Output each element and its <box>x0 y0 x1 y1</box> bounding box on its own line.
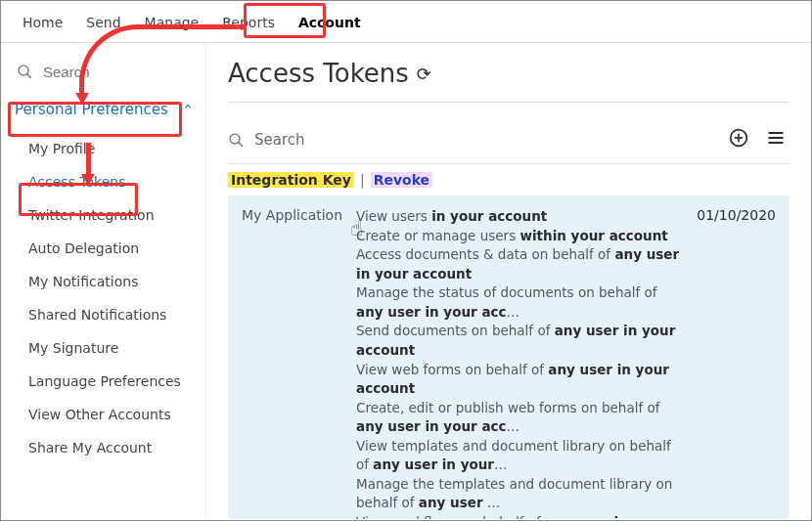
token-permissions: ☝ View users in your accountCreate or ma… <box>356 207 683 519</box>
svg-point-2 <box>230 134 240 144</box>
nav-manage[interactable]: Manage <box>145 15 200 30</box>
toolbar: Search <box>228 116 789 164</box>
sidebar-section-personal-preferences[interactable]: Personal Preferences ⌃ <box>15 95 196 124</box>
sidebar-item-view-other-accounts[interactable]: View Other Accounts <box>24 398 196 431</box>
main-panel: Access Tokens ⟳ Search Integration Key |… <box>206 43 811 519</box>
permission-row: Create, edit or publish web forms on beh… <box>356 399 683 437</box>
token-date: 01/10/2020 <box>697 207 776 519</box>
sidebar-item-shared-notifications[interactable]: Shared Notifications <box>24 298 196 331</box>
menu-icon[interactable] <box>762 126 789 153</box>
permission-row: Send documents on behalf of any user in … <box>356 322 683 360</box>
token-action-badges: Integration Key | Revoke <box>228 164 789 192</box>
token-name: My Application <box>242 207 342 519</box>
permission-row: Create or manage users within your accou… <box>356 227 683 246</box>
sidebar-item-share-my-account[interactable]: Share My Account <box>24 431 196 464</box>
search-icon <box>17 64 33 80</box>
sidebar-search[interactable] <box>15 57 196 95</box>
svg-line-1 <box>27 74 31 78</box>
permission-row: Manage the templates and document librar… <box>356 475 683 513</box>
add-icon[interactable] <box>725 126 752 153</box>
sidebar-item-auto-delegation[interactable]: Auto Delegation <box>24 232 196 265</box>
sidebar-item-language-preferences[interactable]: Language Preferences <box>24 365 196 398</box>
sidebar-search-input[interactable] <box>41 63 100 81</box>
sidebar-item-my-signature[interactable]: My Signature <box>24 331 196 365</box>
section-label: Personal Preferences <box>15 101 168 118</box>
permission-row: View users in your account <box>356 207 683 227</box>
nav-account[interactable]: Account <box>298 15 361 30</box>
sidebar-items: My ProfileAccess TokensTwitter Integrati… <box>15 124 196 464</box>
toolbar-search[interactable]: Search <box>228 131 715 149</box>
sidebar-item-twitter-integration[interactable]: Twitter Integration <box>24 198 196 232</box>
svg-line-3 <box>239 142 243 146</box>
toolbar-search-placeholder: Search <box>254 131 305 149</box>
permission-row: Access documents & data on behalf of any… <box>356 245 683 283</box>
permission-row: Manage the status of documents on behalf… <box>356 283 683 322</box>
svg-point-0 <box>19 65 28 75</box>
permission-row: View templates and document library on b… <box>356 437 683 475</box>
page-title-text: Access Tokens <box>228 59 409 88</box>
chevron-up-icon: ⌃ <box>182 102 194 117</box>
badge-divider: | <box>360 172 365 188</box>
sidebar-item-access-tokens[interactable]: Access Tokens <box>24 165 196 198</box>
sidebar: Personal Preferences ⌃ My ProfileAccess … <box>1 43 206 519</box>
permission-row: View workflows on behalf of any user in … <box>356 513 683 519</box>
badge-integration-key[interactable]: Integration Key <box>228 172 354 188</box>
badge-revoke[interactable]: Revoke <box>371 172 432 188</box>
nav-send[interactable]: Send <box>86 15 120 30</box>
nav-reports[interactable]: Reports <box>222 15 275 30</box>
search-icon <box>228 132 245 149</box>
top-nav: HomeSendManageReportsAccount <box>1 1 811 43</box>
permission-row: View web forms on behalf of any user in … <box>356 361 683 399</box>
token-row[interactable]: My Application ☝ View users in your acco… <box>228 195 789 519</box>
sidebar-item-my-profile[interactable]: My Profile <box>24 132 196 165</box>
page-title: Access Tokens ⟳ <box>228 59 789 103</box>
sidebar-item-my-notifications[interactable]: My Notifications <box>24 265 196 298</box>
nav-home[interactable]: Home <box>23 15 63 30</box>
refresh-icon[interactable]: ⟳ <box>417 64 431 84</box>
